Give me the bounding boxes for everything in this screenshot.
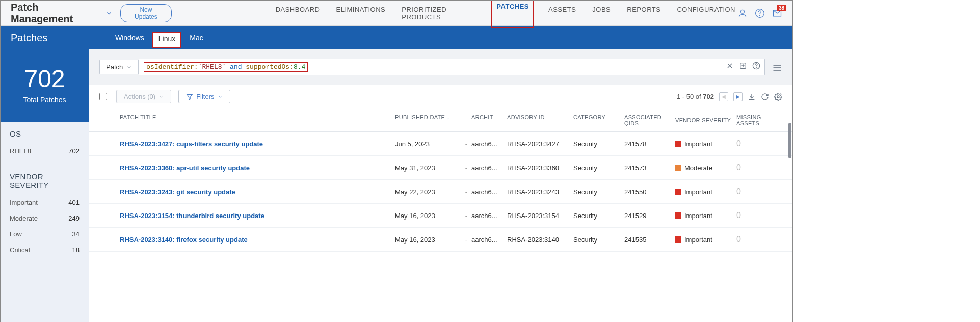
app-switcher-chevron-icon[interactable] [105, 9, 113, 17]
menu-icon[interactable] [772, 61, 782, 73]
blue-tab-bar: Patches Windows Linux Mac [1, 26, 792, 49]
facet-sev-critical[interactable]: Critical18 [10, 242, 80, 258]
col-published-date[interactable]: PUBLISHED DATE ↓ [395, 114, 461, 126]
facet-os-rhel8[interactable]: RHEL8 702 [10, 143, 80, 159]
severity-swatch-icon [675, 141, 681, 147]
refresh-icon[interactable] [761, 92, 769, 101]
cell-dash: - [461, 212, 471, 220]
summary-label: Total Patches [1, 96, 89, 104]
nav-eliminations[interactable]: ELIMINATIONS [334, 0, 387, 28]
nav-assets[interactable]: ASSETS [546, 0, 578, 28]
table-row[interactable]: RHSA-2023:3154: thunderbird security upd… [89, 204, 792, 228]
filters-label: Filters [196, 93, 214, 100]
cell-qid: 241573 [624, 164, 675, 172]
summary-count: 702 [1, 65, 89, 93]
table-row[interactable]: RHSA-2023:3243: git security updateMay 2… [89, 180, 792, 204]
nav-patches[interactable]: PATCHES [491, 0, 534, 28]
search-input[interactable]: osIdentifier:`RHEL8` and supportedOs:8.4 [139, 59, 765, 75]
nav-prioritized-products[interactable]: PRIORITIZED PRODUCTS [400, 0, 479, 28]
facet-count: 18 [72, 246, 80, 254]
nav-configuration[interactable]: CONFIGURATION [675, 0, 737, 28]
search-scope-dropdown[interactable]: Patch [99, 60, 139, 74]
tab-windows[interactable]: Windows [107, 28, 152, 48]
query-token: osIdentifier: [146, 63, 198, 71]
facet-label: RHEL8 [10, 147, 31, 155]
patch-title-link[interactable]: RHSA-2023:3360: apr-util security update [120, 164, 250, 172]
cell-qid: 241550 [624, 188, 675, 196]
nav-dashboard[interactable]: DASHBOARD [274, 0, 322, 28]
query-token: and [226, 63, 246, 71]
user-icon[interactable] [737, 8, 748, 18]
scrollbar-thumb[interactable] [788, 123, 791, 158]
content: Patch osIdentifier:`RHEL8` and supported… [89, 49, 792, 322]
facet-sev-low[interactable]: Low34 [10, 226, 80, 242]
cell-category: Security [573, 188, 624, 196]
app-title: Patch Management [11, 2, 101, 25]
toolbar-row: Actions (0) Filters 1 - 50 of 702 ◀ ▶ [89, 85, 792, 109]
settings-icon[interactable] [774, 92, 782, 101]
cell-advisory: RHSA-2023:3243 [507, 188, 573, 196]
help-icon[interactable] [755, 8, 765, 18]
col-architecture[interactable]: ARCHIT [471, 114, 507, 126]
search-help-icon[interactable] [752, 61, 760, 70]
filters-button[interactable]: Filters [178, 90, 230, 103]
col-associated-qids[interactable]: ASSOCIATED QIDS [624, 114, 675, 126]
nav-jobs[interactable]: JOBS [590, 0, 613, 28]
page-next-button[interactable]: ▶ [733, 92, 743, 101]
patch-title-link[interactable]: RHSA-2023:3154: thunderbird security upd… [120, 212, 264, 220]
patch-title-link[interactable]: RHSA-2023:3140: firefox security update [120, 236, 248, 244]
cell-qid: 241535 [624, 236, 675, 244]
notification-badge: 38 [777, 5, 786, 11]
col-patch-title[interactable]: PATCH TITLE [120, 114, 395, 126]
actions-button[interactable]: Actions (0) [116, 90, 171, 103]
save-search-icon[interactable] [739, 61, 747, 70]
search-scope-label: Patch [106, 63, 123, 71]
cell-category: Security [573, 236, 624, 244]
table-row[interactable]: RHSA-2023:3140: firefox security updateM… [89, 228, 792, 252]
sidebar: 702 Total Patches OS RHEL8 702 VENDOR SE… [1, 49, 89, 322]
table-body: RHSA-2023:3427: cups-filters security up… [89, 132, 792, 252]
select-all-checkbox[interactable] [99, 93, 107, 100]
patch-title-link[interactable]: RHSA-2023:3427: cups-filters security up… [120, 140, 263, 148]
cell-missing: 0 [736, 235, 782, 244]
patch-title-link[interactable]: RHSA-2023:3243: git security update [120, 188, 235, 196]
os-tabs: Windows Linux Mac [107, 28, 211, 48]
facet-sev-important[interactable]: Important401 [10, 195, 80, 210]
cell-advisory: RHSA-2023:3154 [507, 212, 573, 220]
col-advisory-id[interactable]: ADVISORY ID [507, 114, 573, 126]
cell-advisory: RHSA-2023:3427 [507, 140, 573, 148]
chevron-down-icon [126, 64, 132, 70]
tab-mac[interactable]: Mac [181, 28, 211, 48]
table-row[interactable]: RHSA-2023:3427: cups-filters security up… [89, 132, 792, 156]
page-prev-button[interactable]: ◀ [719, 92, 728, 101]
cell-arch: aarch6... [471, 236, 507, 244]
cell-arch: aarch6... [471, 212, 507, 220]
top-right-icons: 38 [737, 8, 782, 18]
clear-icon[interactable] [726, 61, 734, 70]
col-category[interactable]: CATEGORY [573, 114, 624, 126]
table-row[interactable]: RHSA-2023:3360: apr-util security update… [89, 156, 792, 180]
cell-advisory: RHSA-2023:3360 [507, 164, 573, 172]
col-vendor-severity[interactable]: VENDOR SEVERITY [675, 114, 736, 126]
page-title: Patches [1, 32, 107, 44]
facet-label: Critical [10, 246, 30, 254]
severity-swatch-icon [675, 212, 681, 219]
nav-reports[interactable]: REPORTS [625, 0, 663, 28]
cell-dash: - [461, 236, 471, 244]
inbox-icon[interactable]: 38 [772, 8, 782, 18]
query-token: supportedOs: [246, 63, 294, 71]
cell-dash: - [461, 140, 471, 148]
cell-published: May 31, 2023 [395, 164, 461, 172]
severity-swatch-icon [675, 165, 681, 171]
facet-sev-moderate[interactable]: Moderate249 [10, 210, 80, 226]
tab-linux[interactable]: Linux [152, 32, 181, 48]
summary-block: 702 Total Patches [1, 49, 89, 122]
new-updates-button[interactable]: New Updates [120, 4, 171, 22]
cell-published: May 16, 2023 [395, 236, 461, 244]
download-icon[interactable] [748, 92, 756, 101]
cell-category: Security [573, 212, 624, 220]
search-query-highlight: osIdentifier:`RHEL8` and supportedOs:8.4 [144, 62, 308, 72]
pagination: 1 - 50 of 702 ◀ ▶ [677, 92, 782, 101]
facet-count: 249 [68, 214, 80, 222]
col-missing-assets[interactable]: MISSING ASSETS [736, 114, 782, 126]
